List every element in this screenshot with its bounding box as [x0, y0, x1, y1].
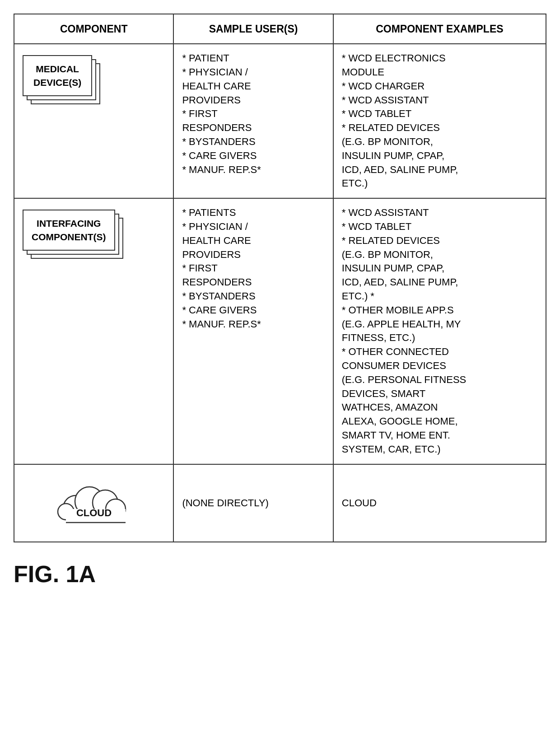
component-cell-cloud: CLOUD [14, 464, 173, 542]
svg-text:CLOUD: CLOUD [76, 507, 112, 518]
header-component: COMPONENT [14, 14, 173, 44]
users-cell-medical: * PATIENT * PHYSICIAN / HEALTH CARE PROV… [173, 44, 333, 198]
table-row: MEDICALDEVICE(S) * PATIENT * PHYSICIAN /… [14, 44, 546, 198]
medical-device-label: MEDICALDEVICE(S) [23, 55, 92, 96]
users-cell-cloud: (NONE DIRECTLY) [173, 464, 333, 542]
page-container: COMPONENT SAMPLE USER(S) COMPONENT EXAMP… [14, 14, 546, 588]
interfacing-users-text: * PATIENTS * PHYSICIAN / HEALTH CARE PRO… [182, 207, 261, 329]
figure-label: FIG. 1A [14, 560, 546, 588]
cloud-users-text: (NONE DIRECTLY) [182, 497, 269, 509]
examples-cell-cloud: CLOUD [333, 464, 546, 542]
interfacing-examples-text: * WCD ASSISTANT * WCD TABLET * RELATED D… [342, 207, 466, 455]
table-row: INTERFACINGCOMPONENT(S) * PATIENTS * PHY… [14, 198, 546, 464]
header-examples: COMPONENT EXAMPLES [333, 14, 546, 44]
header-row: COMPONENT SAMPLE USER(S) COMPONENT EXAMP… [14, 14, 546, 44]
examples-cell-medical: * WCD ELECTRONICS MODULE * WCD CHARGER *… [333, 44, 546, 198]
cloud-icon: CLOUD [49, 472, 139, 531]
medical-users-text: * PATIENT * PHYSICIAN / HEALTH CARE PROV… [182, 52, 261, 175]
users-cell-interfacing: * PATIENTS * PHYSICIAN / HEALTH CARE PRO… [173, 198, 333, 464]
table-row: CLOUD (NONE DIRECTLY) CLOUD [14, 464, 546, 542]
main-table: COMPONENT SAMPLE USER(S) COMPONENT EXAMP… [14, 14, 546, 542]
cloud-examples-text: CLOUD [342, 497, 377, 509]
examples-cell-interfacing: * WCD ASSISTANT * WCD TABLET * RELATED D… [333, 198, 546, 464]
component-cell-interfacing: INTERFACINGCOMPONENT(S) [14, 198, 173, 464]
interfacing-component-label: INTERFACINGCOMPONENT(S) [23, 210, 115, 251]
medical-examples-text: * WCD ELECTRONICS MODULE * WCD CHARGER *… [342, 52, 458, 189]
component-cell-medical: MEDICALDEVICE(S) [14, 44, 173, 198]
header-users: SAMPLE USER(S) [173, 14, 333, 44]
